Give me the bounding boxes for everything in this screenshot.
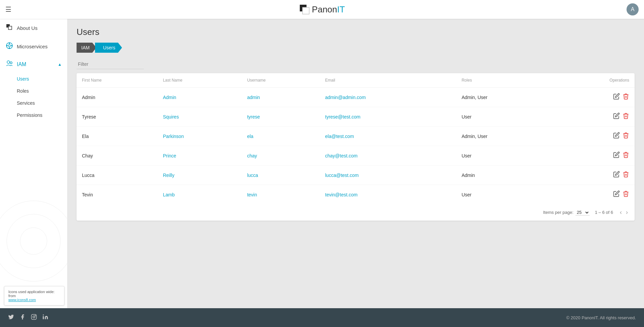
- delete-icon[interactable]: [623, 132, 629, 140]
- cell-roles: Admin, User: [456, 127, 554, 146]
- edit-icon[interactable]: [613, 171, 620, 179]
- svg-point-16: [43, 314, 44, 315]
- table-row: LuccaReillyluccalucca@test.comAdmin: [77, 166, 635, 185]
- iam-chevron-up-icon: ▲: [58, 62, 62, 67]
- pagination-prev-icon[interactable]: ‹: [618, 208, 623, 217]
- edit-icon[interactable]: [613, 151, 620, 160]
- svg-point-9: [9, 43, 10, 44]
- svg-point-10: [9, 47, 10, 49]
- icons-notice-text: Icons used application wide: from: [8, 290, 55, 298]
- cell-last: Admin: [157, 88, 242, 107]
- instagram-icon[interactable]: [31, 314, 37, 322]
- about-us-icon: [5, 24, 13, 33]
- items-per-page-label: Items per page:: [543, 210, 573, 215]
- table-header: First Name Last Name Username Email Role…: [77, 73, 635, 88]
- icons-notice-link[interactable]: www.icons8.com: [8, 298, 36, 302]
- cell-email: tyrese@test.com: [320, 107, 456, 127]
- footer-copyright: © 2020 PanonIT. All rights reserved.: [566, 315, 636, 320]
- delete-icon[interactable]: [623, 151, 629, 160]
- sidebar-item-microservices-label: Microservices: [17, 44, 48, 49]
- pagination-next-icon[interactable]: ›: [625, 208, 629, 217]
- items-per-page: Items per page: 25 10 50 100: [543, 209, 589, 216]
- sidebar: About Us Microservices: [0, 19, 67, 308]
- sidebar-item-iam[interactable]: IAM ▲: [0, 56, 67, 73]
- svg-point-6: [8, 45, 10, 47]
- table-row: ElaParkinsonelaela@test.comAdmin, User: [77, 127, 635, 146]
- header: ☰ PanonIT A: [0, 0, 644, 19]
- hamburger-menu-icon[interactable]: ☰: [5, 5, 11, 13]
- edit-icon[interactable]: [613, 93, 620, 101]
- sidebar-sub-item-users[interactable]: Users: [0, 73, 67, 85]
- table-row: TevinLambtevintevin@test.comUser: [77, 185, 635, 204]
- col-operations: Operations: [554, 73, 635, 88]
- table-row: ChayPrincechaychay@test.comUser: [77, 146, 635, 166]
- sidebar-item-about-us[interactable]: About Us: [0, 19, 67, 37]
- breadcrumb-users[interactable]: Users: [95, 43, 122, 53]
- cell-last: Lamb: [157, 185, 242, 204]
- cell-operations: [554, 88, 635, 107]
- microservices-icon: [5, 42, 13, 51]
- sidebar-sub-item-services[interactable]: Services: [0, 97, 67, 109]
- delete-icon[interactable]: [623, 190, 629, 199]
- cell-email: lucca@test.com: [320, 166, 456, 185]
- cell-email: tevin@test.com: [320, 185, 456, 204]
- svg-point-8: [11, 45, 12, 46]
- col-first-name: First Name: [77, 73, 157, 88]
- cell-roles: User: [456, 107, 554, 127]
- items-per-page-select[interactable]: 25 10 50 100: [576, 209, 590, 216]
- svg-rect-1: [303, 7, 309, 14]
- delete-icon[interactable]: [623, 171, 629, 179]
- cell-last: Squires: [157, 107, 242, 127]
- svg-point-14: [33, 316, 35, 318]
- cell-first: Admin: [77, 88, 157, 107]
- cell-roles: User: [456, 185, 554, 204]
- cell-operations: [554, 185, 635, 204]
- edit-icon[interactable]: [613, 132, 620, 140]
- cell-last: Reilly: [157, 166, 242, 185]
- pagination-arrows: ‹ ›: [618, 208, 629, 217]
- filter-input[interactable]: [77, 59, 144, 69]
- footer: © 2020 PanonIT. All rights reserved.: [0, 308, 644, 327]
- svg-point-7: [6, 45, 8, 46]
- sidebar-item-iam-label: IAM: [17, 61, 26, 67]
- linkedin-icon[interactable]: [42, 314, 48, 322]
- iam-header-left: IAM: [5, 60, 26, 69]
- logo-text: PanonIT: [312, 4, 345, 15]
- svg-point-12: [10, 62, 12, 64]
- cell-roles: User: [456, 146, 554, 166]
- table-row: AdminAdminadminadmin@admin.comAdmin, Use…: [77, 88, 635, 107]
- edit-icon[interactable]: [613, 112, 620, 121]
- footer-social: [8, 314, 48, 322]
- delete-icon[interactable]: [623, 112, 629, 121]
- breadcrumb-iam[interactable]: IAM: [77, 43, 96, 53]
- facebook-icon[interactable]: [19, 314, 26, 322]
- delete-icon[interactable]: [623, 93, 629, 101]
- col-username: Username: [242, 73, 320, 88]
- avatar[interactable]: A: [627, 3, 639, 15]
- cell-last: Parkinson: [157, 127, 242, 146]
- icons-notice: Icons used application wide: from www.ic…: [4, 286, 64, 306]
- col-roles: Roles: [456, 73, 554, 88]
- iam-icon: [5, 60, 13, 69]
- sidebar-sub-item-permissions[interactable]: Permissions: [0, 109, 67, 121]
- twitter-icon[interactable]: [8, 314, 14, 322]
- cell-operations: [554, 107, 635, 127]
- cell-email: admin@admin.com: [320, 88, 456, 107]
- sidebar-item-microservices[interactable]: Microservices: [0, 37, 67, 56]
- svg-point-15: [35, 315, 36, 316]
- sidebar-sub-item-roles[interactable]: Roles: [0, 85, 67, 97]
- breadcrumb: IAM Users: [77, 43, 635, 53]
- cell-email: chay@test.com: [320, 146, 456, 166]
- cell-first: Tevin: [77, 185, 157, 204]
- page-title: Users: [77, 27, 635, 37]
- edit-icon[interactable]: [613, 190, 620, 199]
- filter-bar: [77, 59, 635, 69]
- cell-email: ela@test.com: [320, 127, 456, 146]
- cell-first: Ela: [77, 127, 157, 146]
- pagination-range: 1 – 6 of 6: [595, 210, 613, 215]
- col-email: Email: [320, 73, 456, 88]
- users-table-container: First Name Last Name Username Email Role…: [77, 73, 635, 221]
- cell-operations: [554, 146, 635, 166]
- cell-first: Lucca: [77, 166, 157, 185]
- users-table: First Name Last Name Username Email Role…: [77, 73, 635, 204]
